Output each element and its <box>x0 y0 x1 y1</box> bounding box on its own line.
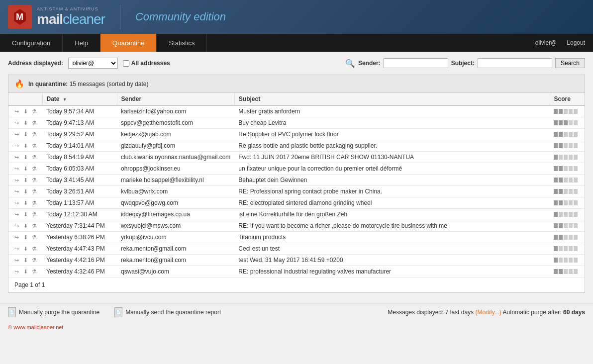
score-block <box>564 235 568 240</box>
filter-icon[interactable]: ⚗ <box>30 154 38 161</box>
row-score <box>550 129 585 140</box>
row-actions: ↪ ⬇ ⚗ <box>8 243 42 255</box>
filter-icon[interactable]: ⚗ <box>30 131 38 138</box>
row-actions: ↪ ⬇ ⚗ <box>8 232 42 243</box>
forward-icon[interactable]: ↪ <box>12 222 20 229</box>
filter-icon[interactable]: ⚗ <box>30 119 38 126</box>
download-icon[interactable]: ⬇ <box>21 188 29 195</box>
score-block <box>564 200 568 205</box>
quarantine-table-body: ↪ ⬇ ⚗ Today 9:57:34 AMkarlseizinfo@yahoo… <box>8 105 585 277</box>
download-icon[interactable]: ⬇ <box>21 257 29 264</box>
modify-link[interactable]: (Modify...) <box>475 309 501 316</box>
row-sender: yrkupi@ivcu.com <box>117 232 234 243</box>
filter-icon[interactable]: ⚗ <box>30 108 38 115</box>
score-bar <box>554 109 581 114</box>
subject-input[interactable] <box>478 58 552 68</box>
download-icon[interactable]: ⬇ <box>21 165 29 172</box>
col-date[interactable]: Date ▼ <box>42 93 117 105</box>
download-icon[interactable]: ⬇ <box>21 222 29 229</box>
table-row: ↪ ⬇ ⚗ Yesterday 4:42:16 PMreka.mentor@gm… <box>8 255 585 266</box>
score-block <box>559 269 563 274</box>
download-icon[interactable]: ⬇ <box>21 131 29 138</box>
row-actions: ↪ ⬇ ⚗ <box>8 163 42 175</box>
nav-item-quarantine[interactable]: Quarantine <box>100 34 157 52</box>
row-sender: kvlbua@wrlx.com <box>117 186 234 197</box>
score-block <box>564 155 568 160</box>
table-row: ↪ ⬇ ⚗ Today 3:41:45 AMmarieke.holsappel@… <box>8 175 585 186</box>
forward-icon[interactable]: ↪ <box>12 165 20 172</box>
filter-icon[interactable]: ⚗ <box>30 211 38 218</box>
forward-icon[interactable]: ↪ <box>12 108 20 115</box>
download-icon[interactable]: ⬇ <box>21 142 29 149</box>
nav-item-statistics[interactable]: Statistics <box>157 34 207 52</box>
table-row: ↪ ⬇ ⚗ Today 12:12:30 AMiddeqxy@firemages… <box>8 209 585 220</box>
download-icon[interactable]: ⬇ <box>21 199 29 206</box>
nav-item-help[interactable]: Help <box>63 34 100 52</box>
score-block <box>564 258 568 263</box>
all-addresses-checkbox[interactable] <box>123 60 129 67</box>
forward-icon[interactable]: ↪ <box>12 211 20 218</box>
download-icon[interactable]: ⬇ <box>21 154 29 161</box>
filter-icon[interactable]: ⚗ <box>30 245 38 252</box>
row-score <box>550 232 585 243</box>
download-icon[interactable]: ⬇ <box>21 119 29 126</box>
filter-icon[interactable]: ⚗ <box>30 222 38 229</box>
forward-icon[interactable]: ↪ <box>12 268 20 275</box>
forward-icon[interactable]: ↪ <box>12 199 20 206</box>
row-actions: ↪ ⬇ ⚗ <box>8 255 42 266</box>
filter-icon[interactable]: ⚗ <box>30 165 38 172</box>
brand-cleaner: cleaner <box>63 11 105 27</box>
download-icon[interactable]: ⬇ <box>21 177 29 183</box>
table-row: ↪ ⬇ ⚗ Today 9:29:52 AMkedjezx@ujab.comRe… <box>8 129 585 140</box>
download-icon[interactable]: ⬇ <box>21 234 29 241</box>
score-block <box>574 132 578 137</box>
score-bar <box>554 166 581 171</box>
forward-icon[interactable]: ↪ <box>12 188 20 195</box>
download-icon[interactable]: ⬇ <box>21 211 29 218</box>
score-block <box>559 132 563 137</box>
filter-icon[interactable]: ⚗ <box>30 234 38 241</box>
filter-icon[interactable]: ⚗ <box>30 177 38 183</box>
forward-icon[interactable]: ↪ <box>12 234 20 241</box>
send-report-action[interactable]: 📄 Manually send the quarantine report <box>114 307 221 317</box>
forward-icon[interactable]: ↪ <box>12 119 20 126</box>
row-actions: ↪ ⬇ ⚗ <box>8 186 42 197</box>
purge-action[interactable]: 📄 Manually purge the quarantine <box>8 307 99 317</box>
score-block <box>564 143 568 148</box>
forward-icon[interactable]: ↪ <box>12 142 20 149</box>
sort-arrow-date: ▼ <box>63 97 67 102</box>
filter-icon[interactable]: ⚗ <box>30 257 38 264</box>
site-link[interactable]: © www.mailcleaner.net <box>8 324 63 330</box>
search-button[interactable]: Search <box>555 58 585 68</box>
sender-input[interactable] <box>384 58 448 68</box>
nav-right: olivier@ Logout <box>535 34 593 52</box>
score-block <box>554 258 558 263</box>
col-score: Score <box>550 93 585 105</box>
download-icon[interactable]: ⬇ <box>21 268 29 275</box>
logout-button[interactable]: Logout <box>567 39 585 46</box>
send-report-label: Manually send the quarantine report <box>125 309 221 316</box>
filter-icon[interactable]: ⚗ <box>30 188 38 195</box>
forward-icon[interactable]: ↪ <box>12 154 20 161</box>
nav-item-configuration[interactable]: Configuration <box>0 34 63 52</box>
logo-divider <box>120 4 120 29</box>
address-select[interactable]: olivier@ <box>68 58 118 69</box>
score-block <box>574 166 578 171</box>
forward-icon[interactable]: ↪ <box>12 245 20 252</box>
pagination: Page 1 of 1 <box>8 277 585 292</box>
score-block <box>569 120 573 125</box>
filter-icon[interactable]: ⚗ <box>30 199 38 206</box>
col-actions <box>8 93 42 105</box>
filter-icon[interactable]: ⚗ <box>30 268 38 275</box>
filter-icon[interactable]: ⚗ <box>30 142 38 149</box>
forward-icon[interactable]: ↪ <box>12 177 20 183</box>
forward-icon[interactable]: ↪ <box>12 131 20 138</box>
score-block <box>554 155 558 160</box>
days-shown: 7 last days <box>445 309 476 316</box>
row-subject: Ceci est un test <box>234 243 550 255</box>
score-block <box>569 212 573 217</box>
forward-icon[interactable]: ↪ <box>12 257 20 264</box>
row-score <box>550 163 585 175</box>
download-icon[interactable]: ⬇ <box>21 245 29 252</box>
download-icon[interactable]: ⬇ <box>21 108 29 115</box>
